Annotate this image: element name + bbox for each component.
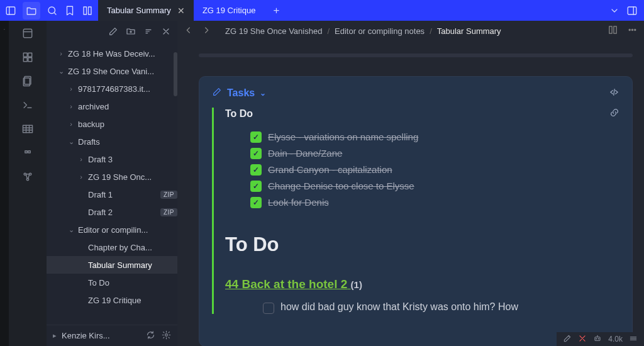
tree-item[interactable]: ⌄ZG 19 She Once Vani... <box>47 62 177 80</box>
word-count[interactable]: 4.0k <box>608 335 623 343</box>
table-icon[interactable] <box>21 123 34 135</box>
back-button[interactable] <box>184 25 195 38</box>
graph-icon[interactable] <box>21 170 34 183</box>
tree-item[interactable]: ›archived <box>47 98 177 115</box>
tree-item[interactable]: ›Draft 3 <box>47 150 177 168</box>
collapsed-block[interactable] <box>199 53 633 57</box>
pencil-icon <box>212 87 222 99</box>
task-done[interactable]: ✓Look for Denis <box>250 197 619 208</box>
sort-icon[interactable] <box>143 26 153 39</box>
folder-icon[interactable] <box>23 2 40 20</box>
unchecked-box[interactable] <box>263 303 274 314</box>
checked-box[interactable]: ✓ <box>250 164 262 176</box>
chevron-right-icon: ▸ <box>53 332 57 340</box>
tree-item[interactable]: ›ZG 18 He Was Deceiv... <box>47 45 177 62</box>
section-link[interactable]: 44 Back at the hotel 2 <box>225 277 351 291</box>
edit-icon[interactable] <box>108 26 118 39</box>
svg-point-17 <box>635 30 636 31</box>
search-icon[interactable] <box>47 5 58 16</box>
main-pane: ZG 19 She Once Vanished / Editor or comp… <box>177 21 644 346</box>
reader-icon[interactable] <box>608 25 618 38</box>
tree-item-label: Editor or compilin... <box>78 225 177 235</box>
footer-label: Kenzie Kirs... <box>62 331 110 340</box>
task-label: Grand Canyon - capitalization <box>268 164 392 175</box>
chevron-down-icon: ⌄ <box>58 67 64 75</box>
link-icon[interactable] <box>609 108 619 120</box>
checked-box[interactable]: ✓ <box>250 181 262 192</box>
tasks-card: Tasks ⌄ To Do ✓Elysse - variations on na… <box>199 76 633 346</box>
tree-item[interactable]: To Do <box>47 274 177 291</box>
files-icon[interactable] <box>21 75 34 87</box>
chevron-down-icon: ⌄ <box>68 226 74 234</box>
tree-item[interactable]: ›backup <box>47 115 177 133</box>
tree-item[interactable]: Chapter by Cha... <box>47 238 177 256</box>
breadcrumb[interactable]: ZG 19 She Once Vanished / Editor or comp… <box>225 26 501 36</box>
svg-rect-18 <box>595 337 600 340</box>
task-done[interactable]: ✓Grand Canyon - capitalization <box>250 164 619 176</box>
more-icon[interactable] <box>627 25 638 38</box>
sync-icon[interactable] <box>146 330 155 342</box>
tab-label: Tabular Summary <box>107 6 171 15</box>
tree-item[interactable]: ⌄Drafts <box>47 133 177 150</box>
book-icon[interactable] <box>82 5 93 16</box>
tree-item[interactable]: Draft 1ZIP <box>47 186 177 203</box>
close-icon[interactable] <box>161 26 171 39</box>
forward-button[interactable] <box>201 25 213 38</box>
tree-item-label: To Do <box>88 278 177 287</box>
chevron-down-icon[interactable]: ⌄ <box>260 89 266 98</box>
chevron-right-icon: › <box>68 103 74 110</box>
robot-icon[interactable] <box>593 334 602 345</box>
tree-item[interactable]: ZG 19 Critique <box>47 291 177 309</box>
tree-item[interactable]: ⌄Editor or compilin... <box>47 221 177 238</box>
chevron-right-icon: › <box>78 155 84 163</box>
gear-icon[interactable] <box>162 330 171 342</box>
terminal-icon[interactable] <box>21 99 34 111</box>
tree-item-label: backup <box>78 120 177 129</box>
alert-icon[interactable] <box>578 334 587 345</box>
tab-tabular-summary[interactable]: Tabular Summary ✕ <box>98 0 194 21</box>
close-icon[interactable]: ✕ <box>177 6 185 16</box>
chevron-right-icon: › <box>68 85 74 92</box>
svg-point-20 <box>598 338 599 339</box>
svg-rect-6 <box>23 58 27 62</box>
title-bar: Tabular Summary ✕ ZG 19 Critique + <box>0 0 644 21</box>
open-task[interactable]: how did bad guy know that Kristy was ont… <box>263 301 619 314</box>
scrollbar[interactable] <box>174 52 177 96</box>
tree-item-label: ZG 19 She Onc... <box>88 172 177 182</box>
new-folder-icon[interactable] <box>126 26 136 39</box>
task-done[interactable]: ✓Elysse - variations on name spelling <box>250 131 619 143</box>
task-done[interactable]: ✓Change Denise too close to Elysse <box>250 181 619 192</box>
tree-item[interactable]: Draft 2ZIP <box>47 203 177 221</box>
tree-item-label: archived <box>78 102 177 111</box>
task-done[interactable]: ✓Dain - Dane/Zane <box>250 148 619 159</box>
workspace-icon[interactable] <box>21 27 34 40</box>
tree-footer[interactable]: ▸ Kenzie Kirs... <box>47 325 177 346</box>
bookmark-icon[interactable] <box>64 5 75 16</box>
tree-item-label: Chapter by Cha... <box>88 243 177 252</box>
zip-badge: ZIP <box>160 208 177 216</box>
tree-item[interactable]: Tabular Summary <box>47 256 177 274</box>
code-icon[interactable] <box>609 87 619 100</box>
chevron-right-icon: › <box>78 173 84 181</box>
svg-rect-2 <box>628 7 636 14</box>
chevron-down-icon: ⌄ <box>68 138 74 146</box>
chevron-down-icon[interactable] <box>609 5 620 16</box>
quote-icon[interactable] <box>21 147 34 159</box>
stack-icon[interactable] <box>629 334 638 345</box>
checked-box[interactable]: ✓ <box>250 197 262 208</box>
task-label: Change Denise too close to Elysse <box>268 181 414 191</box>
new-tab-button[interactable]: + <box>264 0 288 21</box>
tree-item[interactable]: ›ZG 19 She Onc... <box>47 168 177 186</box>
edit-icon[interactable] <box>563 334 572 345</box>
sidebar-toggle-icon[interactable] <box>5 5 16 16</box>
grid-icon[interactable] <box>21 51 34 64</box>
svg-rect-7 <box>28 58 32 62</box>
checked-box[interactable]: ✓ <box>250 148 262 159</box>
checked-box[interactable]: ✓ <box>250 131 262 143</box>
tree-item-label: ZG 19 Critique <box>88 296 177 305</box>
tab-critique[interactable]: ZG 19 Critique <box>194 0 265 21</box>
rail-dot: · <box>3 25 5 33</box>
svg-point-14 <box>165 333 168 336</box>
panel-right-icon[interactable] <box>626 5 638 16</box>
tree-item[interactable]: ›9781774687383.it... <box>47 80 177 98</box>
